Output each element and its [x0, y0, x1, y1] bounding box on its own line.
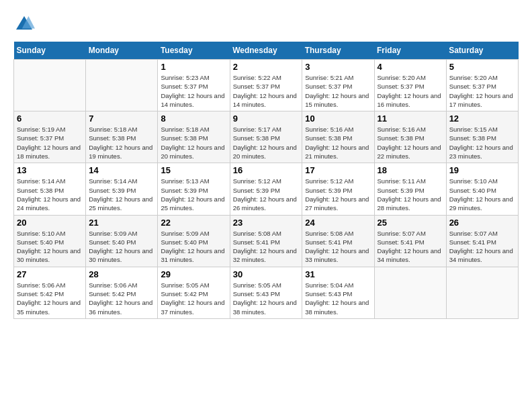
calendar-table: SundayMondayTuesdayWednesdayThursdayFrid…	[13, 42, 519, 319]
cell-content: Sunrise: 5:18 AM Sunset: 5:38 PM Dayligh…	[161, 125, 226, 161]
day-number: 8	[161, 113, 226, 124]
cell-content: Sunrise: 5:22 AM Sunset: 5:37 PM Dayligh…	[233, 73, 300, 109]
calendar-cell: 6Sunrise: 5:19 AM Sunset: 5:37 PM Daylig…	[14, 111, 86, 163]
calendar-cell	[374, 267, 446, 318]
calendar-cell: 25Sunrise: 5:07 AM Sunset: 5:41 PM Dayli…	[374, 215, 446, 267]
day-number: 2	[233, 62, 300, 72]
cell-content: Sunrise: 5:05 AM Sunset: 5:42 PM Dayligh…	[161, 281, 226, 316]
calendar-cell: 16Sunrise: 5:12 AM Sunset: 5:39 PM Dayli…	[230, 163, 302, 215]
cell-content: Sunrise: 5:07 AM Sunset: 5:41 PM Dayligh…	[449, 229, 515, 265]
day-number: 31	[305, 269, 371, 279]
day-number: 17	[305, 165, 371, 175]
calendar-cell: 15Sunrise: 5:13 AM Sunset: 5:39 PM Dayli…	[158, 163, 230, 215]
cell-content: Sunrise: 5:14 AM Sunset: 5:39 PM Dayligh…	[89, 177, 154, 212]
cell-content: Sunrise: 5:06 AM Sunset: 5:42 PM Dayligh…	[89, 281, 154, 316]
day-number: 13	[17, 165, 83, 175]
day-number: 9	[233, 113, 300, 124]
day-number: 28	[89, 269, 154, 279]
cell-content: Sunrise: 5:20 AM Sunset: 5:37 PM Dayligh…	[449, 73, 515, 109]
calendar-cell	[86, 60, 158, 111]
day-number: 24	[305, 218, 371, 228]
week-row-2: 6Sunrise: 5:19 AM Sunset: 5:37 PM Daylig…	[14, 111, 519, 163]
calendar-cell: 18Sunrise: 5:11 AM Sunset: 5:39 PM Dayli…	[374, 163, 446, 215]
calendar-cell: 11Sunrise: 5:16 AM Sunset: 5:38 PM Dayli…	[374, 111, 446, 163]
cell-content: Sunrise: 5:10 AM Sunset: 5:40 PM Dayligh…	[449, 177, 515, 212]
cell-content: Sunrise: 5:11 AM Sunset: 5:39 PM Dayligh…	[378, 177, 443, 212]
day-number: 14	[89, 165, 154, 175]
calendar-cell: 14Sunrise: 5:14 AM Sunset: 5:39 PM Dayli…	[86, 163, 158, 215]
cell-content: Sunrise: 5:21 AM Sunset: 5:37 PM Dayligh…	[305, 73, 371, 109]
cell-content: Sunrise: 5:23 AM Sunset: 5:37 PM Dayligh…	[161, 73, 226, 109]
day-header-row: SundayMondayTuesdayWednesdayThursdayFrid…	[14, 42, 519, 60]
calendar-cell: 24Sunrise: 5:08 AM Sunset: 5:41 PM Dayli…	[302, 215, 374, 267]
cell-content: Sunrise: 5:13 AM Sunset: 5:39 PM Dayligh…	[161, 177, 226, 212]
day-number: 26	[449, 218, 515, 228]
cell-content: Sunrise: 5:19 AM Sunset: 5:37 PM Dayligh…	[17, 125, 83, 161]
cell-content: Sunrise: 5:12 AM Sunset: 5:39 PM Dayligh…	[305, 177, 371, 212]
day-number: 16	[233, 165, 300, 175]
day-number: 12	[449, 113, 515, 124]
day-number: 29	[161, 269, 226, 279]
day-number: 5	[449, 62, 515, 72]
calendar-cell: 21Sunrise: 5:09 AM Sunset: 5:40 PM Dayli…	[86, 215, 158, 267]
cell-content: Sunrise: 5:08 AM Sunset: 5:41 PM Dayligh…	[305, 229, 371, 265]
day-number: 1	[161, 62, 226, 72]
cell-content: Sunrise: 5:15 AM Sunset: 5:38 PM Dayligh…	[449, 125, 515, 161]
calendar-cell: 5Sunrise: 5:20 AM Sunset: 5:37 PM Daylig…	[446, 60, 518, 111]
calendar-cell: 30Sunrise: 5:05 AM Sunset: 5:43 PM Dayli…	[230, 267, 302, 318]
week-row-3: 13Sunrise: 5:14 AM Sunset: 5:38 PM Dayli…	[14, 163, 519, 215]
day-number: 7	[89, 113, 154, 124]
day-header-wednesday: Wednesday	[230, 42, 302, 60]
calendar-cell	[446, 267, 518, 318]
cell-content: Sunrise: 5:12 AM Sunset: 5:39 PM Dayligh…	[233, 177, 300, 212]
day-number: 22	[161, 218, 226, 228]
page-header	[13, 13, 519, 35]
calendar-cell: 2Sunrise: 5:22 AM Sunset: 5:37 PM Daylig…	[230, 60, 302, 111]
day-number: 18	[378, 165, 443, 175]
day-number: 10	[305, 113, 371, 124]
calendar-cell: 29Sunrise: 5:05 AM Sunset: 5:42 PM Dayli…	[158, 267, 230, 318]
day-number: 19	[449, 165, 515, 175]
calendar-cell: 10Sunrise: 5:16 AM Sunset: 5:38 PM Dayli…	[302, 111, 374, 163]
day-number: 3	[305, 62, 371, 72]
cell-content: Sunrise: 5:17 AM Sunset: 5:38 PM Dayligh…	[233, 125, 300, 161]
calendar-cell: 17Sunrise: 5:12 AM Sunset: 5:39 PM Dayli…	[302, 163, 374, 215]
cell-content: Sunrise: 5:04 AM Sunset: 5:43 PM Dayligh…	[305, 281, 371, 316]
cell-content: Sunrise: 5:20 AM Sunset: 5:37 PM Dayligh…	[378, 73, 443, 109]
day-header-friday: Friday	[374, 42, 446, 60]
day-number: 11	[378, 113, 443, 124]
day-header-tuesday: Tuesday	[158, 42, 230, 60]
cell-content: Sunrise: 5:09 AM Sunset: 5:40 PM Dayligh…	[89, 229, 154, 265]
day-number: 30	[233, 269, 300, 279]
cell-content: Sunrise: 5:07 AM Sunset: 5:41 PM Dayligh…	[378, 229, 443, 265]
calendar-cell: 13Sunrise: 5:14 AM Sunset: 5:38 PM Dayli…	[14, 163, 86, 215]
calendar-cell: 3Sunrise: 5:21 AM Sunset: 5:37 PM Daylig…	[302, 60, 374, 111]
cell-content: Sunrise: 5:09 AM Sunset: 5:40 PM Dayligh…	[161, 229, 226, 265]
calendar-cell: 19Sunrise: 5:10 AM Sunset: 5:40 PM Dayli…	[446, 163, 518, 215]
calendar-cell: 22Sunrise: 5:09 AM Sunset: 5:40 PM Dayli…	[158, 215, 230, 267]
calendar-cell: 27Sunrise: 5:06 AM Sunset: 5:42 PM Dayli…	[14, 267, 86, 318]
day-header-sunday: Sunday	[14, 42, 86, 60]
day-number: 15	[161, 165, 226, 175]
calendar-cell	[14, 60, 86, 111]
calendar-cell: 4Sunrise: 5:20 AM Sunset: 5:37 PM Daylig…	[374, 60, 446, 111]
calendar-cell: 31Sunrise: 5:04 AM Sunset: 5:43 PM Dayli…	[302, 267, 374, 318]
week-row-5: 27Sunrise: 5:06 AM Sunset: 5:42 PM Dayli…	[14, 267, 519, 318]
logo	[13, 13, 38, 35]
day-number: 23	[233, 218, 300, 228]
logo-icon	[13, 13, 35, 35]
calendar-cell: 8Sunrise: 5:18 AM Sunset: 5:38 PM Daylig…	[158, 111, 230, 163]
calendar-cell: 20Sunrise: 5:10 AM Sunset: 5:40 PM Dayli…	[14, 215, 86, 267]
calendar-cell: 9Sunrise: 5:17 AM Sunset: 5:38 PM Daylig…	[230, 111, 302, 163]
day-number: 27	[17, 269, 83, 279]
day-number: 25	[378, 218, 443, 228]
day-header-monday: Monday	[86, 42, 158, 60]
day-number: 20	[17, 218, 83, 228]
cell-content: Sunrise: 5:14 AM Sunset: 5:38 PM Dayligh…	[17, 177, 83, 212]
calendar-cell: 7Sunrise: 5:18 AM Sunset: 5:38 PM Daylig…	[86, 111, 158, 163]
cell-content: Sunrise: 5:06 AM Sunset: 5:42 PM Dayligh…	[17, 281, 83, 316]
calendar-cell: 23Sunrise: 5:08 AM Sunset: 5:41 PM Dayli…	[230, 215, 302, 267]
calendar-cell: 12Sunrise: 5:15 AM Sunset: 5:38 PM Dayli…	[446, 111, 518, 163]
calendar-cell: 28Sunrise: 5:06 AM Sunset: 5:42 PM Dayli…	[86, 267, 158, 318]
day-number: 4	[378, 62, 443, 72]
